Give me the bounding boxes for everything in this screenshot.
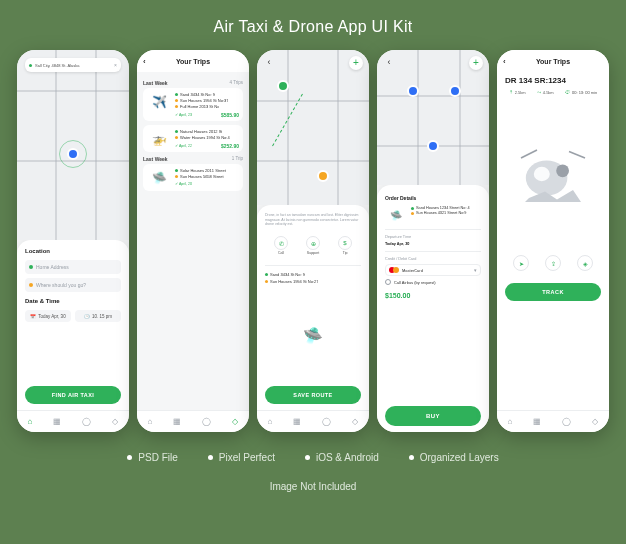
feature-text: Organized Layers — [420, 452, 499, 463]
dot-green-icon — [411, 207, 414, 210]
clock-icon: 🕑 — [84, 314, 90, 319]
trips-header: ‹ Your Trips — [137, 50, 249, 72]
time-chip[interactable]: 🕑10. 15 pm — [75, 310, 121, 322]
dot-orange-icon — [175, 136, 178, 139]
dot-orange-icon — [29, 283, 33, 287]
back-icon[interactable]: ‹ — [503, 57, 506, 66]
week-header-1: Last Week 4 Trips — [143, 80, 243, 86]
action-tip[interactable]: $Tip — [338, 236, 352, 255]
route-locations: Sand 3434 St No: 9 Sun Houses 1994 St No… — [265, 272, 361, 284]
feature-item: PSD File — [127, 452, 177, 463]
send-icon[interactable]: ➤ — [513, 255, 529, 271]
trip-card[interactable]: ✈️ Sand 3434 St No: 9 Sun Houses 1994 St… — [143, 88, 243, 121]
card-name: MasterCard — [402, 268, 423, 273]
share-icon[interactable]: ⇪ — [545, 255, 561, 271]
radio-empty-icon — [385, 279, 391, 285]
back-icon[interactable]: ‹ — [263, 56, 275, 68]
trip-to: Sun Houses 1994 St No:37 — [180, 98, 228, 103]
trips-body[interactable]: Last Week 4 Trips ✈️ Sand 3434 St No: 9 … — [137, 72, 249, 410]
pin-icon — [407, 85, 419, 97]
alt-payment-option[interactable]: Call Airbus (by request) — [385, 279, 481, 285]
metrics-row: ⇡2.5km ⤳4.5km ⏱00: 13: 00 min — [497, 87, 609, 99]
action-call[interactable]: ✆Call — [274, 236, 288, 255]
nav-chat-icon[interactable]: ◯ — [562, 417, 571, 426]
dot-green-icon — [175, 130, 178, 133]
trip-price: $585.90 — [221, 112, 239, 118]
trip-card[interactable]: 🛸 Solar Houses 2011 Street Sun Houses 56… — [143, 164, 243, 191]
trip-to: Water Houses 1994 St No:4 — [180, 135, 230, 140]
map-route[interactable]: ‹ + — [257, 50, 369, 205]
trip-to: Sun Houses 5658 Street — [180, 174, 224, 179]
dot-orange-icon — [175, 175, 178, 178]
calendar-icon: 📅 — [30, 314, 36, 319]
track-header: ‹ Your Trips — [497, 50, 609, 72]
bottom-nav: ⌂ ▦ ◯ ◇ — [497, 410, 609, 432]
metric-alt: ⇡2.5km — [509, 89, 526, 95]
track-code: DR 134 SR:1234 — [497, 72, 609, 87]
date-chip[interactable]: 📅Today Apr, 30 — [25, 310, 71, 322]
feature-item: Organized Layers — [409, 452, 499, 463]
nav-chat-icon[interactable]: ◯ — [202, 417, 211, 426]
back-icon[interactable]: ‹ — [143, 57, 146, 66]
nav-profile-icon[interactable]: ◇ — [352, 417, 358, 426]
nav-map-icon[interactable]: ▦ — [53, 417, 61, 426]
find-air-taxi-button[interactable]: FIND AIR TAXI — [25, 386, 121, 404]
nav-home-icon[interactable]: ⌂ — [268, 417, 273, 426]
back-icon[interactable]: ‹ — [383, 56, 395, 68]
map-order[interactable]: ‹ + — [377, 50, 489, 185]
trip-card[interactable]: 🚁 Natural Houses 2012 St Water Houses 19… — [143, 125, 243, 152]
nav-chat-icon[interactable]: ◯ — [322, 417, 331, 426]
zoom-in-icon[interactable]: + — [349, 56, 363, 70]
bullet-icon — [208, 455, 213, 460]
close-icon[interactable]: × — [114, 62, 117, 68]
nav-profile-icon[interactable]: ◇ — [592, 417, 598, 426]
nav-profile-icon[interactable]: ◇ — [232, 417, 238, 426]
pickup-placeholder: Home Address — [36, 264, 69, 270]
phone-icon: ✆ — [274, 236, 288, 250]
order-drone-row: 🛸 Sand Houses 1234 Street No: 4 Sun Hous… — [385, 206, 481, 224]
chevron-down-icon: ▾ — [474, 267, 477, 273]
card-select[interactable]: MasterCard ▾ — [385, 264, 481, 276]
trip-date: ✓ April, 23 — [175, 113, 192, 117]
track-button[interactable]: TRACK — [505, 283, 601, 301]
bottom-nav: ⌂ ▦ ◯ ◇ — [137, 410, 249, 432]
save-route-button[interactable]: SAVE ROUTE — [265, 386, 361, 404]
trip-from: Solar Houses 2011 Street — [180, 168, 226, 173]
nav-chat-icon[interactable]: ◯ — [82, 417, 91, 426]
order-details-label: Order Details — [385, 195, 481, 201]
dot-green-icon — [265, 273, 268, 276]
nav-map-icon[interactable]: ▦ — [173, 417, 181, 426]
bookmark-icon[interactable]: ◈ — [577, 255, 593, 271]
departure-label: Departure Time — [385, 235, 411, 239]
address-pill[interactable]: Sall City, 4848 St. Alaska × — [25, 58, 121, 72]
nav-profile-icon[interactable]: ◇ — [112, 417, 118, 426]
svg-point-2 — [556, 164, 569, 177]
nav-home-icon[interactable]: ⌂ — [28, 417, 33, 426]
feature-text: PSD File — [138, 452, 177, 463]
phones-row: Sall City, 4848 St. Alaska × Location Ho… — [0, 50, 626, 432]
nav-map-icon[interactable]: ▦ — [533, 417, 541, 426]
week-label: Last Week — [143, 80, 168, 86]
dropoff-placeholder: Where should you go? — [36, 282, 86, 288]
route-from: Sand 3434 St No: 9 — [270, 272, 305, 277]
nav-home-icon[interactable]: ⌂ — [148, 417, 153, 426]
drone-icon: 🚁 — [147, 129, 171, 149]
zoom-in-icon[interactable]: + — [469, 56, 483, 70]
map[interactable]: Sall City, 4848 St. Alaska × — [17, 50, 129, 240]
week-label: Last Week — [143, 156, 168, 162]
time-text: 10. 15 pm — [92, 314, 112, 319]
bullet-icon — [305, 455, 310, 460]
drone-icon: 🛸 — [147, 168, 171, 188]
dot-orange-icon — [411, 212, 414, 215]
pickup-input[interactable]: Home Address — [25, 260, 121, 274]
dropoff-input[interactable]: Where should you go? — [25, 278, 121, 292]
svg-point-1 — [534, 167, 550, 181]
features-row: PSD File Pixel Perfect iOS & Android Org… — [0, 452, 626, 463]
mastercard-icon — [389, 267, 399, 273]
nav-map-icon[interactable]: ▦ — [293, 417, 301, 426]
bottom-nav: ⌂ ▦ ◯ ◇ — [17, 410, 129, 432]
buy-button[interactable]: BUY — [385, 406, 481, 426]
action-support[interactable]: ⊕Support — [306, 236, 320, 255]
nav-home-icon[interactable]: ⌂ — [508, 417, 513, 426]
route-sheet: Drone, in fact an tamodam nuncam ond los… — [257, 205, 369, 410]
